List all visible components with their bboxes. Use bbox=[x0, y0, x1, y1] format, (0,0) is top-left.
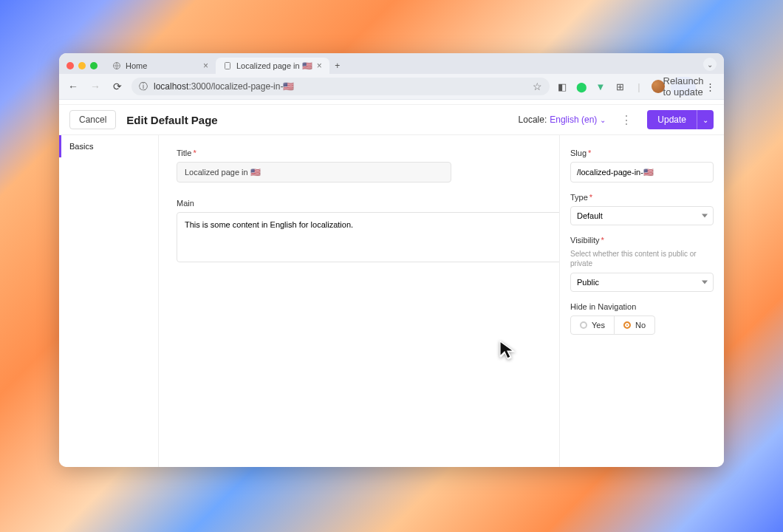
update-button[interactable]: Update bbox=[647, 110, 697, 129]
slug-input[interactable] bbox=[570, 162, 714, 183]
title-input[interactable] bbox=[177, 162, 451, 183]
close-tab-icon[interactable]: × bbox=[317, 61, 322, 70]
update-split-button: Update ⌄ bbox=[647, 110, 714, 129]
cancel-button[interactable]: Cancel bbox=[69, 110, 116, 129]
globe-icon bbox=[112, 61, 121, 70]
hide-nav-no[interactable]: No bbox=[615, 316, 654, 334]
slug-field: Slug* bbox=[570, 149, 714, 183]
visibility-field: Visibility* Select whether this content … bbox=[570, 236, 714, 292]
app-body: Basics Title* Main This is some content … bbox=[59, 135, 724, 467]
tab-strip: Home × Localized page in 🇺🇸 × + ⌄ bbox=[59, 53, 724, 74]
close-window-icon[interactable] bbox=[66, 62, 74, 69]
close-tab-icon[interactable]: × bbox=[203, 61, 208, 70]
app-header: Cancel Edit Default Page Locale: English… bbox=[59, 105, 724, 135]
page-title: Edit Default Page bbox=[126, 114, 217, 126]
app-topstrip bbox=[59, 100, 724, 105]
tab-overflow-icon[interactable]: ⌄ bbox=[703, 58, 717, 71]
tab-label: Localized page in 🇺🇸 bbox=[236, 61, 312, 71]
extension-icon[interactable]: ◧ bbox=[555, 80, 569, 93]
hide-nav-group: Yes No bbox=[570, 316, 655, 335]
url-host: localhost bbox=[154, 81, 188, 92]
extensions: ◧ ⬤ ▼ ⊞ | Relaunch to update ⋮ bbox=[555, 77, 718, 96]
main-label: Main bbox=[177, 199, 541, 208]
browser-window: Home × Localized page in 🇺🇸 × + ⌄ ← → ⟳ … bbox=[59, 53, 724, 467]
type-label: Type* bbox=[570, 193, 714, 202]
new-tab-button[interactable]: + bbox=[329, 58, 346, 74]
browser-tab[interactable]: Home × bbox=[105, 58, 216, 74]
relaunch-button[interactable]: Relaunch to update bbox=[671, 77, 696, 96]
type-field: Type* Default bbox=[570, 193, 714, 225]
forward-button[interactable]: → bbox=[87, 78, 103, 95]
back-button[interactable]: ← bbox=[65, 78, 81, 95]
app: Cancel Edit Default Page Locale: English… bbox=[59, 100, 724, 467]
visibility-help: Select whether this content is public or… bbox=[570, 249, 714, 268]
maximize-window-icon[interactable] bbox=[90, 62, 98, 69]
hide-nav-yes[interactable]: Yes bbox=[571, 316, 615, 334]
visibility-label: Visibility* bbox=[570, 236, 714, 245]
more-menu-icon[interactable]: ⋮ bbox=[616, 113, 637, 127]
hide-nav-label: Hide in Navigation bbox=[570, 302, 714, 311]
side-tabs: Basics bbox=[59, 135, 159, 467]
locale-value: English (en) bbox=[550, 115, 597, 125]
browser-tab[interactable]: Localized page in 🇺🇸 × bbox=[216, 58, 329, 74]
type-select[interactable]: Default bbox=[570, 206, 714, 225]
minimize-window-icon[interactable] bbox=[78, 62, 86, 69]
radio-icon bbox=[623, 321, 631, 329]
reload-button[interactable]: ⟳ bbox=[109, 78, 126, 95]
radio-icon bbox=[580, 321, 587, 329]
locale-selector[interactable]: Locale: English (en) ⌄ bbox=[519, 115, 606, 125]
extensions-menu-icon[interactable]: ⊞ bbox=[613, 80, 626, 93]
site-info-icon[interactable]: ⓘ bbox=[139, 81, 148, 93]
main-area: Title* Main This is some content in Engl… bbox=[159, 135, 559, 467]
update-dropdown[interactable]: ⌄ bbox=[697, 110, 714, 129]
title-label: Title* bbox=[177, 149, 541, 157]
chevron-down-icon: ⌄ bbox=[600, 116, 606, 124]
slug-label: Slug* bbox=[570, 149, 714, 157]
browser-toolbar: ← → ⟳ ⓘ localhost:3000/localized-page-in… bbox=[59, 74, 724, 100]
divider: | bbox=[632, 80, 646, 93]
aside-panel: Slug* Type* Default Vis bbox=[559, 135, 724, 467]
url-port: :3000 bbox=[188, 81, 211, 92]
locale-label: Locale: bbox=[519, 115, 547, 125]
bookmark-star-icon[interactable]: ☆ bbox=[533, 81, 542, 92]
main-textarea[interactable]: This is some content in English for loca… bbox=[177, 212, 559, 262]
sidebar-item-basics[interactable]: Basics bbox=[59, 135, 158, 157]
sidebar-item-label: Basics bbox=[69, 142, 93, 151]
extension-icon[interactable]: ▼ bbox=[594, 80, 607, 93]
url-path: /localized-page-in-🇺🇸 bbox=[211, 81, 294, 92]
hide-nav-field: Hide in Navigation Yes No bbox=[570, 302, 714, 335]
page-icon bbox=[223, 61, 232, 70]
extension-icon[interactable]: ⬤ bbox=[575, 80, 588, 93]
svg-rect-1 bbox=[225, 63, 230, 69]
tab-label: Home bbox=[126, 61, 147, 70]
visibility-select[interactable]: Public bbox=[570, 273, 714, 292]
browser-menu-icon[interactable]: ⋮ bbox=[702, 80, 718, 93]
window-controls bbox=[59, 56, 105, 74]
address-bar[interactable]: ⓘ localhost:3000/localized-page-in-🇺🇸 ☆ bbox=[131, 78, 550, 95]
